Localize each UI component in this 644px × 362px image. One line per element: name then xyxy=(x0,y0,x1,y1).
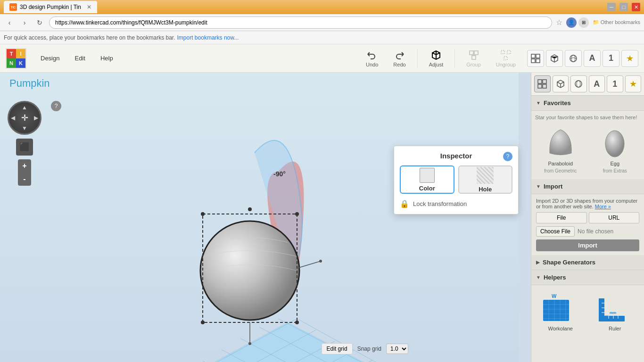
panel-grid-icon-button[interactable] xyxy=(534,75,551,92)
url-format-button[interactable]: URL xyxy=(589,212,640,223)
workolane-item[interactable]: W Workolane xyxy=(535,289,586,333)
svg-rect-4 xyxy=(507,50,511,54)
extension-icon[interactable]: ⊞ xyxy=(578,17,589,28)
lock-row: 🔒 Lock transformation xyxy=(400,199,512,208)
panel-box-icon-button[interactable] xyxy=(553,75,569,92)
hole-option-button[interactable]: Hole xyxy=(458,165,513,194)
panel-grid-icon xyxy=(537,79,547,89)
bookmark-star-icon[interactable]: ☆ xyxy=(556,18,562,27)
refresh-button[interactable]: ↻ xyxy=(34,17,45,28)
paraboloid-label: Paraboloid xyxy=(548,161,573,166)
svg-point-42 xyxy=(295,321,299,324)
menu-help[interactable]: Help xyxy=(94,52,120,65)
other-bookmarks[interactable]: 📁 Other bookmarks xyxy=(593,19,640,25)
paraboloid-thumbnail xyxy=(542,126,579,159)
forward-button[interactable]: › xyxy=(19,17,30,28)
choose-file-button[interactable]: Choose File xyxy=(536,226,575,237)
svg-point-11 xyxy=(571,55,575,62)
number-view-button[interactable]: 1 xyxy=(603,50,619,67)
import-header[interactable]: ▼ Import xyxy=(531,179,644,194)
import-action-button[interactable]: Import xyxy=(536,239,639,251)
box-view-icon xyxy=(550,54,559,63)
camera-controls: ▲ ▼ ◀ ▶ ✛ ⬛ + - xyxy=(8,101,41,186)
helpers-header[interactable]: ▼ Helpers xyxy=(531,270,644,285)
svg-rect-7 xyxy=(536,54,540,58)
lock-label: Lock transformation xyxy=(413,200,467,207)
inspector-title: Inspector xyxy=(400,152,512,160)
svg-point-41 xyxy=(201,321,205,324)
hole-pattern xyxy=(477,167,494,184)
edit-grid-button[interactable]: Edit grid xyxy=(322,343,353,354)
minimize-button[interactable]: ─ xyxy=(607,3,616,11)
maximize-button[interactable]: □ xyxy=(619,3,628,11)
view-cube-button[interactable]: ⬛ xyxy=(16,139,33,156)
menu-edit[interactable]: Edit xyxy=(68,52,91,65)
lock-icon: 🔒 xyxy=(400,199,409,208)
logo-t: T xyxy=(7,49,16,58)
profile-icon[interactable]: 👤 xyxy=(566,17,577,28)
adjust-button[interactable]: Adjust xyxy=(425,48,447,69)
grid-view-icon xyxy=(531,54,540,63)
panel-star-icon-button[interactable]: ★ xyxy=(625,75,642,92)
egg-shape-item[interactable]: Egg from Extras xyxy=(590,124,641,175)
panel-sphere-icon-button[interactable] xyxy=(570,75,587,92)
back-button[interactable]: ‹ xyxy=(4,17,15,28)
text-view-button[interactable]: A xyxy=(584,50,601,67)
svg-point-39 xyxy=(201,212,205,216)
ungroup-button[interactable]: Ungroup xyxy=(492,48,520,69)
panel-box-icon xyxy=(556,79,565,89)
grid-view-button[interactable] xyxy=(527,50,544,67)
svg-text:W: W xyxy=(552,293,557,299)
undo-button[interactable]: Undo xyxy=(362,48,382,69)
svg-rect-6 xyxy=(531,54,535,58)
paraboloid-shape-item[interactable]: Paraboloid from Geometric xyxy=(535,124,586,175)
box-view-button[interactable] xyxy=(546,50,563,67)
svg-rect-2 xyxy=(472,56,476,59)
group-button[interactable]: Group xyxy=(462,48,485,69)
svg-rect-51 xyxy=(543,84,546,88)
canvas-svg: -90° xyxy=(0,73,519,362)
menu-design[interactable]: Design xyxy=(34,52,66,65)
canvas-area[interactable]: Pumpkin xyxy=(0,73,531,362)
tinkercad-logo[interactable]: T I N K xyxy=(6,48,26,69)
toolbar-divider xyxy=(417,49,418,68)
workolane-svg: W xyxy=(542,291,579,323)
import-bookmarks-link[interactable]: Import bookmarks now... xyxy=(177,34,239,41)
canvas-3d: -90° xyxy=(0,73,531,362)
file-choose-row: Choose File No file chosen xyxy=(536,226,639,237)
panel-text-icon-button[interactable]: A xyxy=(589,75,605,92)
logo-grid: T I N K xyxy=(6,48,26,69)
url-input[interactable] xyxy=(49,16,552,29)
sphere-view-button[interactable] xyxy=(565,50,582,67)
ruler-item[interactable]: mm Ruler xyxy=(590,289,641,333)
logo-k: K xyxy=(16,58,25,68)
panel-number-icon-button[interactable]: 1 xyxy=(607,75,623,92)
address-bar: ‹ › ↻ ☆ 👤 ⊞ 📁 Other bookmarks xyxy=(0,14,644,31)
browser-tab[interactable]: TC 3D design Pumpkin | Tin ✕ xyxy=(4,1,97,13)
help-button[interactable]: ? xyxy=(51,101,61,111)
file-format-button[interactable]: File xyxy=(536,212,587,223)
close-button[interactable]: ✕ xyxy=(632,3,640,11)
color-option-button[interactable]: Color xyxy=(400,165,454,194)
view-icons: A 1 ★ xyxy=(527,50,638,67)
nav-wheel[interactable]: ▲ ▼ ◀ ▶ ✛ xyxy=(8,101,41,135)
svg-point-43 xyxy=(248,207,252,211)
favorites-header[interactable]: ▼ Favorites xyxy=(531,96,644,111)
inspector-help-button[interactable]: ? xyxy=(503,152,512,161)
svg-point-47 xyxy=(248,342,251,345)
zoom-out-button[interactable]: - xyxy=(18,173,31,186)
star-view-button[interactable]: ★ xyxy=(621,50,638,67)
window-controls: ─ □ ✕ xyxy=(607,3,640,11)
redo-button[interactable]: Redo xyxy=(389,48,409,69)
ungroup-icon xyxy=(500,49,512,61)
shape-generators-header[interactable]: ▶ Shape Generators xyxy=(531,255,644,270)
nav-right-arrow: ▶ xyxy=(34,115,38,121)
zoom-in-button[interactable]: + xyxy=(18,159,31,173)
zoom-controls: + - xyxy=(18,159,31,186)
snap-grid-select[interactable]: 1.0 0.5 2.0 xyxy=(386,344,408,354)
svg-point-40 xyxy=(295,212,299,216)
import-more-link[interactable]: More » xyxy=(595,204,611,209)
tab-close-icon[interactable]: ✕ xyxy=(87,4,91,10)
nav-up-arrow: ▲ xyxy=(22,104,27,111)
panel-sphere-icon xyxy=(574,79,583,89)
